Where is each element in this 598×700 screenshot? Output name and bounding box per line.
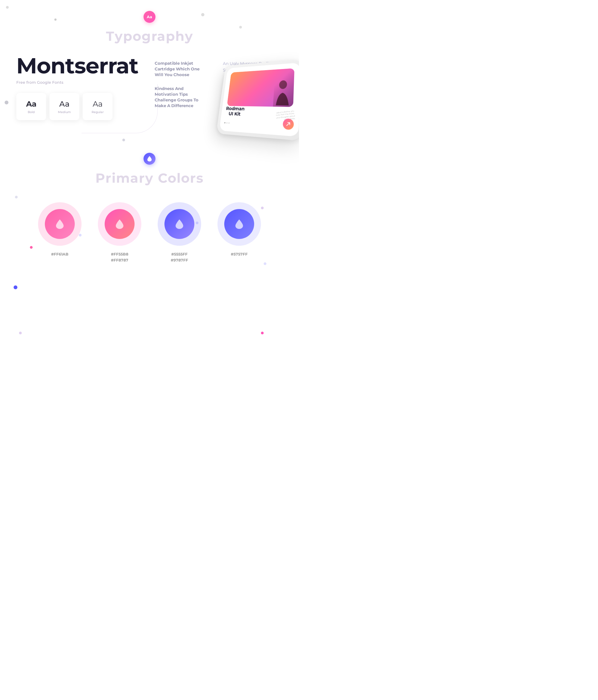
color-circle-inner-pink bbox=[45, 209, 75, 239]
font-weight-aa-medium: Aa bbox=[59, 99, 70, 108]
phone-mockup: RodmanUI Kit Admit it. Before you look t… bbox=[182, 44, 299, 141]
color-circle-outer-periwinkle bbox=[218, 202, 261, 246]
color-item-periwinkle: #5757FF bbox=[218, 202, 261, 264]
color-label-periwinkle: #5757FF bbox=[231, 251, 248, 257]
drop-periwinkle bbox=[235, 219, 243, 229]
typography-title: Typography bbox=[0, 28, 299, 44]
color-hex-coral-2: #FF8787 bbox=[111, 258, 128, 262]
color-hex-blue-1: #5555FF bbox=[171, 252, 188, 257]
color-circle-outer-coral bbox=[98, 202, 141, 246]
color-hex-pink: #FF61AB bbox=[51, 252, 69, 257]
font-weight-aa-bold: Aa bbox=[26, 99, 36, 108]
phone-screen: RodmanUI Kit Admit it. Before you look t… bbox=[219, 62, 299, 137]
color-circle-outer-pink bbox=[38, 202, 81, 246]
color-label-pink: #FF61AB bbox=[51, 251, 69, 257]
phone-title: RodmanUI Kit bbox=[225, 106, 245, 117]
color-label-blue: #5555FF #9787FF bbox=[171, 251, 188, 264]
decorative-dot bbox=[14, 285, 17, 289]
colors-icon bbox=[144, 153, 155, 165]
drop-pink bbox=[56, 219, 64, 229]
phone-card bbox=[227, 68, 294, 107]
color-circle-inner-blue bbox=[165, 209, 194, 239]
font-weight-bold: Aa Bold bbox=[16, 93, 46, 120]
color-item-coral: #FF55B8 #FF8787 bbox=[98, 202, 141, 264]
font-weight-medium: Aa Medium bbox=[49, 93, 79, 120]
typography-icon-label: Aa bbox=[147, 15, 152, 19]
decorative-dot bbox=[261, 332, 264, 334]
color-item-pink: #FF61AB bbox=[38, 202, 81, 264]
svg-point-0 bbox=[279, 80, 287, 89]
colors-section: Primary Colors #FF61AB bbox=[0, 136, 299, 285]
decorative-dot bbox=[19, 332, 22, 334]
color-hex-blue-2: #9787FF bbox=[171, 258, 188, 262]
phone-dots bbox=[224, 122, 230, 124]
font-name: Montserrat bbox=[16, 55, 139, 77]
colors-title: Primary Colors bbox=[0, 170, 299, 186]
connector-line bbox=[81, 84, 158, 133]
phone-body: RodmanUI Kit Admit it. Before you look t… bbox=[216, 59, 299, 141]
drop-icon bbox=[147, 156, 152, 161]
typography-section: Aa Typography Montserrat Free from Googl… bbox=[0, 0, 299, 136]
font-weight-label-bold: Bold bbox=[28, 110, 35, 114]
typography-icon: Aa bbox=[144, 11, 155, 23]
color-hex-periwinkle: #5757FF bbox=[231, 252, 248, 257]
person-silhouette bbox=[273, 79, 293, 105]
arrow-icon bbox=[286, 122, 290, 126]
color-label-coral: #FF55B8 #FF8787 bbox=[111, 251, 128, 264]
drop-blue bbox=[176, 219, 183, 229]
color-item-blue: #5555FF #9787FF bbox=[158, 202, 201, 264]
colors-row: #FF61AB #FF55B8 #FF8787 bbox=[0, 202, 299, 264]
phone-arrow-button[interactable] bbox=[283, 119, 294, 130]
color-hex-coral-1: #FF55B8 bbox=[111, 252, 128, 257]
drop-coral bbox=[116, 219, 123, 229]
phone-area: RodmanUI Kit Admit it. Before you look t… bbox=[171, 44, 299, 147]
font-weight-label-medium: Medium bbox=[58, 110, 71, 114]
color-circle-inner-coral bbox=[105, 209, 134, 239]
color-circle-inner-periwinkle bbox=[224, 209, 254, 239]
color-circle-outer-blue bbox=[158, 202, 201, 246]
